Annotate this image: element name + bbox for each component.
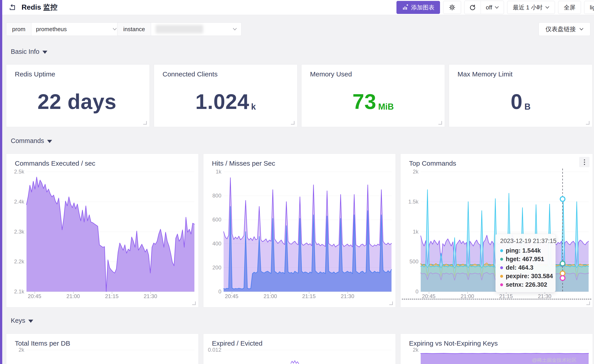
theme-dropdown[interactable]: light xyxy=(584,1,594,14)
x-axis-label: 20:45 xyxy=(416,293,441,299)
instance-filter-select[interactable] xyxy=(151,23,241,36)
y-axis-label: 200 xyxy=(205,265,221,271)
y-axis-label: 2.5k xyxy=(8,169,24,175)
instance-filter-label: instance xyxy=(117,23,151,36)
x-axis-label: 21:00 xyxy=(455,293,480,299)
chart-gridline xyxy=(421,172,589,172)
section-commands[interactable]: Commands xyxy=(11,137,52,145)
stat-card-redis-uptime: Redis Uptime 22 days xyxy=(6,64,150,127)
x-axis-label: 21:15 xyxy=(100,293,124,299)
x-axis-label: 21:30 xyxy=(335,293,360,299)
chart-gridline xyxy=(27,202,194,202)
prom-filter-label: prom xyxy=(6,23,31,36)
chart-card-expired-evicted: Expired / Evicted 0.012 xyxy=(203,333,396,364)
chart-gridline xyxy=(223,268,392,268)
series-dot-icon xyxy=(500,266,503,269)
dashboard-links-dropdown[interactable]: 仪表盘链接 xyxy=(539,22,590,36)
stat-unit: k xyxy=(251,102,256,112)
filter-row: prom prometheus instance 仪表盘链接 xyxy=(0,22,594,36)
time-range-dropdown[interactable]: 最近 1 小时 xyxy=(507,1,555,14)
x-axis-label: 21:15 xyxy=(297,293,321,299)
resize-handle[interactable] xyxy=(586,121,589,125)
resize-handle[interactable] xyxy=(389,301,393,305)
prom-filter-select[interactable]: prometheus xyxy=(31,23,121,36)
instance-value-redacted xyxy=(155,25,203,33)
add-chart-button[interactable]: 添加图表 xyxy=(397,1,440,14)
refresh-icon xyxy=(469,4,476,11)
resize-handle[interactable] xyxy=(192,301,196,305)
resize-handle[interactable] xyxy=(439,121,442,125)
chevron-down-icon xyxy=(113,28,117,31)
chart-gridline xyxy=(223,196,392,196)
chart-gridline xyxy=(421,350,589,350)
y-axis-label: 400 xyxy=(205,240,221,247)
expired-evicted-chart[interactable]: 0.012 xyxy=(203,334,396,364)
collapse-triangle-icon xyxy=(42,51,47,54)
tooltip-entry-text: del: 464.3 xyxy=(506,264,533,271)
refresh-interval-dropdown[interactable]: off xyxy=(481,1,504,14)
section-basic-info[interactable]: Basic Info xyxy=(11,48,47,55)
chart-card-commands-executed: Commands Executed / sec 2.5k2.4k2.3k2.2k… xyxy=(6,154,199,307)
chart-gridline xyxy=(223,244,392,244)
chart-card-hits-misses: Hits / Misses per Sec 1k800600400200020:… xyxy=(203,154,396,307)
stat-unit: MiB xyxy=(378,102,394,112)
chart-gridline xyxy=(223,292,392,292)
chart-gridline xyxy=(223,172,392,172)
y-axis-label: 0 xyxy=(205,288,221,295)
collapse-triangle-icon xyxy=(47,140,52,143)
stat-value: 1.024 xyxy=(195,90,249,114)
chart-card-top-commands: Top Commands 2k1.5k1k500020:4521:0021:15… xyxy=(400,154,593,307)
y-axis-label: 600 xyxy=(205,216,221,223)
resize-handle[interactable] xyxy=(143,121,147,125)
chevron-down-icon xyxy=(233,28,237,31)
redis-dashboard-page: Redis 监控 添加图表 xyxy=(0,0,594,364)
series-dot-icon xyxy=(500,249,503,252)
chart-card-total-items-per-db: Total Items per DB 2k xyxy=(6,333,199,364)
back-icon[interactable] xyxy=(8,3,17,12)
gear-icon xyxy=(449,4,455,11)
refresh-button[interactable] xyxy=(465,1,481,14)
y-axis-label: 0 xyxy=(402,288,418,295)
x-axis-label: 21:00 xyxy=(258,293,283,299)
instance-filter: instance xyxy=(117,22,242,36)
y-axis-label: 2k xyxy=(8,347,24,353)
chart-gridline xyxy=(421,202,589,202)
total-items-chart[interactable]: 2k xyxy=(6,334,198,364)
series-dot-icon xyxy=(500,283,503,286)
stat-card-connected-clients: Connected Clients 1.024k xyxy=(154,64,297,127)
chevron-down-icon xyxy=(579,28,583,31)
fullscreen-button[interactable]: 全屏 xyxy=(558,1,581,14)
tooltip-timestamp: 2023-12-19 21:37:15 xyxy=(500,238,550,245)
watermark: @稀土掘金技术社区 xyxy=(532,357,576,364)
header-toolbar: 添加图表 o xyxy=(397,1,594,14)
stat-value: 0 xyxy=(511,90,523,114)
prom-filter: prom prometheus xyxy=(6,22,122,36)
settings-button[interactable] xyxy=(443,1,461,14)
chart-tooltip: 2023-12-19 21:37:15 ping: 1.544khget: 46… xyxy=(495,234,556,292)
chevron-down-icon xyxy=(495,6,499,9)
crosshair-axis-dashes xyxy=(402,299,591,299)
y-axis-label: 2.1k xyxy=(8,288,24,295)
panel-menu-button[interactable] xyxy=(579,157,589,167)
x-axis-label: 20:45 xyxy=(219,293,244,299)
hits-misses-chart[interactable]: 1k800600400200020:4521:0021:1521:30 xyxy=(203,154,396,307)
y-axis-label: 500 xyxy=(402,258,418,265)
section-keys[interactable]: Keys xyxy=(11,317,33,324)
chevron-down-icon xyxy=(545,6,549,9)
stat-value: 22 days xyxy=(38,90,116,114)
commands-executed-chart[interactable]: 2.5k2.4k2.3k2.2k2.1k20:4521:0021:1521:30 xyxy=(6,154,198,307)
page-title: Redis 监控 xyxy=(21,2,57,12)
tooltip-entry-text: setnx: 226.302 xyxy=(506,281,547,288)
bar-chart-plus-icon xyxy=(402,4,408,11)
chart-gridline xyxy=(27,172,194,172)
x-axis-label: 21:00 xyxy=(61,293,86,299)
tooltip-entry-text: pexpire: 303.584 xyxy=(506,273,553,280)
tooltip-entries: ping: 1.544khget: 467.951del: 464.3pexpi… xyxy=(500,246,550,289)
y-axis-label: 2k xyxy=(402,169,418,175)
x-axis-label: 20:45 xyxy=(22,293,47,299)
resize-handle[interactable] xyxy=(291,121,295,125)
resize-handle[interactable] xyxy=(586,301,590,305)
y-axis-label: 1k xyxy=(205,169,221,175)
series-dot-icon xyxy=(500,275,503,278)
stat-card-memory-used: Memory Used 73MiB xyxy=(301,64,445,127)
